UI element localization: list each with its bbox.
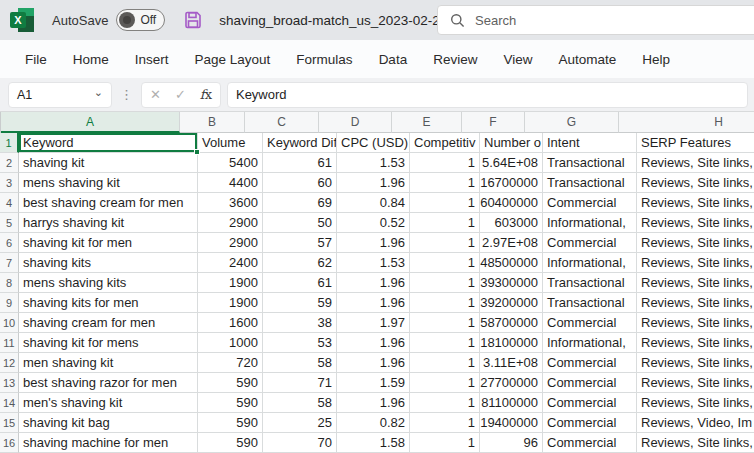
menu-item-formulas[interactable]: Formulas <box>283 40 365 78</box>
cell-G9[interactable]: Transactional <box>543 293 637 313</box>
cell-F13[interactable]: 27700000 <box>480 373 543 393</box>
cell-H4[interactable]: Reviews, Site links, <box>637 193 754 213</box>
cell-B1[interactable]: Volume <box>198 133 263 153</box>
cell-A5[interactable]: harrys shaving kit <box>19 213 198 233</box>
cell-D5[interactable]: 0.52 <box>337 213 410 233</box>
cell-E11[interactable]: 1 <box>410 333 480 353</box>
menu-item-page-layout[interactable]: Page Layout <box>182 40 284 78</box>
menu-item-review[interactable]: Review <box>420 40 490 78</box>
cell-D16[interactable]: 1.58 <box>337 433 410 453</box>
cell-D3[interactable]: 1.96 <box>337 173 410 193</box>
cell-B10[interactable]: 1600 <box>198 313 263 333</box>
row-header-7[interactable]: 7 <box>0 253 19 273</box>
row-header-1[interactable]: 1 <box>0 133 19 153</box>
cell-E3[interactable]: 1 <box>410 173 480 193</box>
cell-A11[interactable]: shaving kit for mens <box>19 333 198 353</box>
cell-A8[interactable]: mens shaving kits <box>19 273 198 293</box>
cell-B12[interactable]: 720 <box>198 353 263 373</box>
name-box[interactable]: A1 ⌄ <box>8 82 112 108</box>
cell-E15[interactable]: 1 <box>410 413 480 433</box>
cell-C12[interactable]: 58 <box>263 353 337 373</box>
row-header-6[interactable]: 6 <box>0 233 19 253</box>
cell-B15[interactable]: 590 <box>198 413 263 433</box>
cell-G4[interactable]: Commercial <box>543 193 637 213</box>
cell-E1[interactable]: Competitiv <box>410 133 480 153</box>
fill-handle[interactable] <box>194 149 200 155</box>
cell-G7[interactable]: Informational, <box>543 253 637 273</box>
column-header-C[interactable]: C <box>245 112 319 133</box>
cell-F6[interactable]: 2.97E+08 <box>480 233 543 253</box>
cell-A2[interactable]: shaving kit <box>19 153 198 173</box>
cell-B5[interactable]: 2900 <box>198 213 263 233</box>
menu-item-insert[interactable]: Insert <box>122 40 182 78</box>
row-header-12[interactable]: 12 <box>0 353 19 373</box>
menu-item-data[interactable]: Data <box>366 40 421 78</box>
cell-E4[interactable]: 1 <box>410 193 480 213</box>
cell-F16[interactable]: 96 <box>480 433 543 453</box>
cancel-icon[interactable]: ✕ <box>150 87 161 102</box>
row-header-8[interactable]: 8 <box>0 273 19 293</box>
cell-F4[interactable]: 60400000 <box>480 193 543 213</box>
cell-F8[interactable]: 39300000 <box>480 273 543 293</box>
row-header-13[interactable]: 13 <box>0 373 19 393</box>
menu-item-view[interactable]: View <box>490 40 545 78</box>
cell-G8[interactable]: Transactional <box>543 273 637 293</box>
cell-H14[interactable]: Reviews, Site links, <box>637 393 754 413</box>
cell-F1[interactable]: Number o <box>480 133 543 153</box>
formula-bar-input[interactable]: Keyword <box>227 82 748 108</box>
cell-C11[interactable]: 53 <box>263 333 337 353</box>
cell-H9[interactable]: Reviews, Site links, <box>637 293 754 313</box>
cell-B13[interactable]: 590 <box>198 373 263 393</box>
cell-B11[interactable]: 1000 <box>198 333 263 353</box>
column-header-G[interactable]: G <box>525 112 619 133</box>
column-header-D[interactable]: D <box>319 112 392 133</box>
save-icon[interactable] <box>183 10 203 30</box>
cell-H12[interactable]: Reviews, Site links, <box>637 353 754 373</box>
row-header-3[interactable]: 3 <box>0 173 19 193</box>
cell-G5[interactable]: Informational, <box>543 213 637 233</box>
search-box[interactable]: Search <box>437 5 754 35</box>
cell-B9[interactable]: 1900 <box>198 293 263 313</box>
row-header-10[interactable]: 10 <box>0 313 19 333</box>
row-header-15[interactable]: 15 <box>0 413 19 433</box>
cell-H10[interactable]: Reviews, Site links, <box>637 313 754 333</box>
cell-E6[interactable]: 1 <box>410 233 480 253</box>
cell-A15[interactable]: shaving kit bag <box>19 413 198 433</box>
cell-A13[interactable]: best shaving razor for men <box>19 373 198 393</box>
cell-F12[interactable]: 3.11E+08 <box>480 353 543 373</box>
cell-G6[interactable]: Commercial <box>543 233 637 253</box>
cell-D8[interactable]: 1.96 <box>337 273 410 293</box>
menu-item-file[interactable]: File <box>12 40 60 78</box>
cell-E12[interactable]: 1 <box>410 353 480 373</box>
cell-D10[interactable]: 1.97 <box>337 313 410 333</box>
cell-F3[interactable]: 16700000 <box>480 173 543 193</box>
cell-B6[interactable]: 2900 <box>198 233 263 253</box>
cell-F10[interactable]: 58700000 <box>480 313 543 333</box>
cell-C9[interactable]: 59 <box>263 293 337 313</box>
cell-C6[interactable]: 57 <box>263 233 337 253</box>
cell-C4[interactable]: 69 <box>263 193 337 213</box>
cell-G13[interactable]: Commercial <box>543 373 637 393</box>
cell-H1[interactable]: SERP Features <box>637 133 754 153</box>
cell-A9[interactable]: shaving kits for men <box>19 293 198 313</box>
cell-C10[interactable]: 38 <box>263 313 337 333</box>
cell-A4[interactable]: best shaving cream for men <box>19 193 198 213</box>
cell-D4[interactable]: 0.84 <box>337 193 410 213</box>
cell-F2[interactable]: 5.64E+08 <box>480 153 543 173</box>
cell-G15[interactable]: Commercial <box>543 413 637 433</box>
column-header-F[interactable]: F <box>462 112 525 133</box>
cell-F15[interactable]: 19400000 <box>480 413 543 433</box>
cell-D15[interactable]: 0.82 <box>337 413 410 433</box>
cell-G2[interactable]: Transactional <box>543 153 637 173</box>
row-header-11[interactable]: 11 <box>0 333 19 353</box>
cell-E7[interactable]: 1 <box>410 253 480 273</box>
column-header-B[interactable]: B <box>180 112 245 133</box>
menu-item-home[interactable]: Home <box>60 40 122 78</box>
cell-B3[interactable]: 4400 <box>198 173 263 193</box>
cell-D6[interactable]: 1.96 <box>337 233 410 253</box>
cell-C16[interactable]: 70 <box>263 433 337 453</box>
cell-E10[interactable]: 1 <box>410 313 480 333</box>
cell-A1[interactable]: Keyword <box>19 133 198 153</box>
cell-D9[interactable]: 1.96 <box>337 293 410 313</box>
cell-H11[interactable]: Reviews, Site links, <box>637 333 754 353</box>
